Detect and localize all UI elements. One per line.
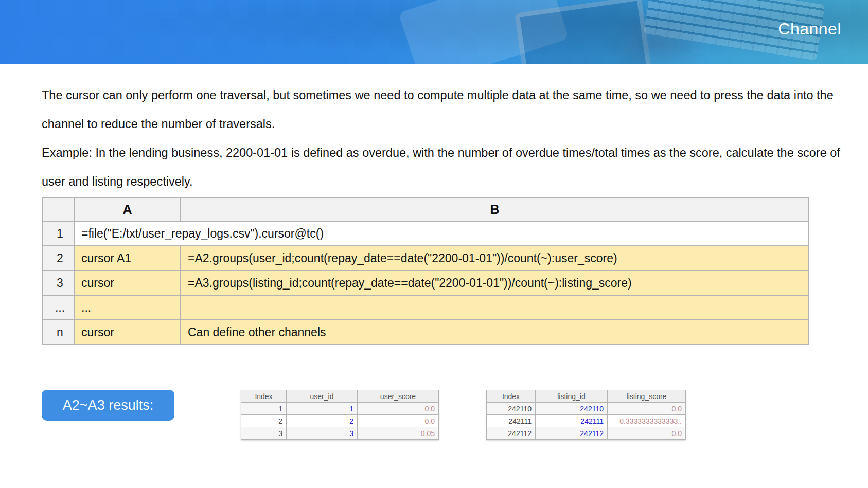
intro-paragraph-1: The cursor can only perform one traversa…	[42, 81, 849, 138]
result-cell: 242111	[536, 415, 608, 427]
result-column-header: listing_score	[608, 390, 686, 403]
code-grid-row: ......	[42, 295, 809, 320]
result-cell: 2	[241, 415, 287, 427]
intro-paragraph-2: Example: In the lending business, 2200-0…	[42, 138, 849, 196]
result-row: 2421112421110.3333333333333..	[487, 415, 686, 427]
cell-a2: cursor A1	[74, 246, 181, 270]
result-header-row: Indexuser_iduser_score	[241, 390, 439, 403]
code-grid-row: 1=file("E:/txt/user_repay_logs.csv").cur…	[42, 221, 809, 246]
cell-a3: cursor	[74, 270, 181, 295]
cell-a...: ...	[74, 295, 181, 320]
result-column-header: Index	[241, 390, 287, 403]
row-number: 2	[42, 246, 74, 270]
result-row: 2421102421100.0	[487, 403, 686, 415]
code-grid-row: 2cursor A1=A2.groups(user_id;count(repay…	[42, 246, 809, 270]
result-column-header: user_id	[287, 390, 358, 403]
code-grid-header-row: AB	[42, 198, 809, 221]
spl-code-grid: AB1=file("E:/txt/user_repay_logs.csv").c…	[42, 197, 809, 345]
result-row: 110.0	[241, 403, 439, 415]
results-caption: A2~A3 results:	[42, 390, 174, 421]
result-column-header: listing_id	[536, 390, 608, 403]
row-number: 1	[42, 221, 74, 246]
result-cell: 242112	[487, 427, 536, 440]
intro-text: The cursor can only perform one traversa…	[42, 81, 849, 196]
result-cell: 1	[287, 403, 358, 415]
cell-bn: Can define other channels	[181, 320, 809, 345]
result-cell: 242112	[536, 427, 608, 440]
row-number: n	[42, 320, 74, 345]
cell-an: cursor	[74, 320, 181, 345]
result-cell: 0.0	[608, 427, 686, 440]
result-cell: 0.05	[358, 427, 439, 440]
result-cell: 242110	[487, 403, 536, 415]
result-row: 330.05	[241, 427, 439, 440]
result-column-header: Index	[487, 390, 536, 403]
cell-a1: =file("E:/txt/user_repay_logs.csv").curs…	[74, 221, 809, 246]
row-number: 3	[42, 270, 74, 295]
result-row: 2421122421120.0	[487, 427, 686, 440]
cell-b...	[181, 295, 809, 320]
result-cell: 0.3333333333333..	[608, 415, 686, 427]
result-cell: 242110	[536, 403, 608, 415]
column-header-a: A	[74, 198, 181, 221]
listing-score-table: Indexlisting_idlisting_score242110242110…	[486, 390, 686, 440]
header-banner: Channel	[0, 0, 868, 64]
result-column-header: user_score	[358, 390, 439, 403]
result-cell: 242111	[487, 415, 536, 427]
result-cell: 2	[287, 415, 358, 427]
slide-page: { "header": { "title": "Channel", "accen…	[0, 0, 868, 488]
code-grid-row: 3cursor=A3.groups(listing_id;count(repay…	[42, 270, 809, 295]
user-score-table: Indexuser_iduser_score110.0220.0330.05	[241, 390, 439, 440]
result-header-row: Indexlisting_idlisting_score	[487, 390, 686, 403]
result-cell: 0.0	[608, 403, 686, 415]
column-header-b: B	[181, 198, 809, 221]
cell-b3: =A3.groups(listing_id;count(repay_date==…	[181, 270, 809, 295]
row-number: ...	[42, 295, 74, 320]
result-cell: 3	[241, 427, 287, 440]
result-cell: 3	[287, 427, 358, 440]
code-grid-row: ncursorCan define other channels	[42, 320, 809, 345]
result-row: 220.0	[241, 415, 439, 427]
result-cell: 0.0	[358, 415, 439, 427]
result-cell: 1	[241, 403, 287, 415]
corner-cell	[42, 198, 74, 221]
result-cell: 0.0	[358, 403, 439, 415]
page-title: Channel	[778, 20, 841, 39]
cell-b2: =A2.groups(user_id;count(repay_date==dat…	[181, 246, 809, 270]
